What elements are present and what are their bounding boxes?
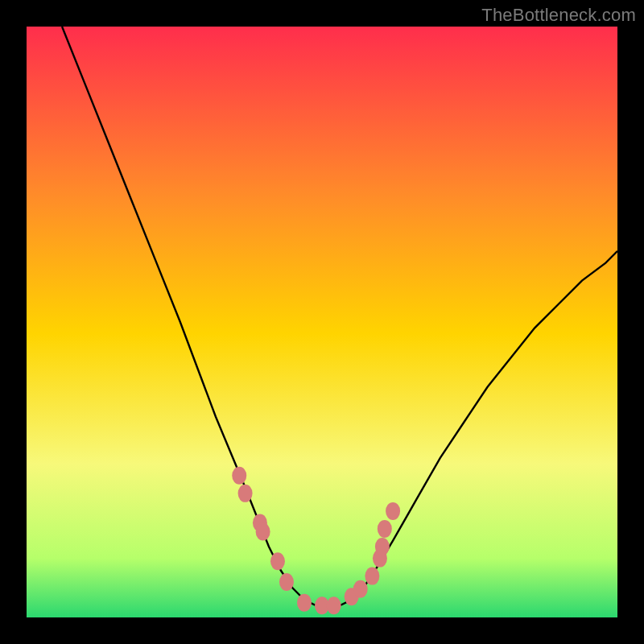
cluster-marker bbox=[365, 568, 379, 585]
gradient-background bbox=[27, 27, 617, 617]
chart-svg bbox=[27, 27, 617, 617]
cluster-marker bbox=[270, 552, 285, 570]
cluster-marker bbox=[353, 580, 368, 598]
plot-area bbox=[27, 27, 617, 617]
cluster-marker bbox=[327, 597, 341, 614]
watermark-text: TheBottleneck.com bbox=[481, 5, 636, 26]
cluster-marker bbox=[297, 594, 312, 612]
cluster-marker bbox=[375, 538, 390, 555]
cluster-marker bbox=[256, 523, 270, 541]
cluster-marker bbox=[232, 467, 246, 485]
cluster-marker bbox=[238, 485, 253, 502]
cluster-marker bbox=[386, 502, 400, 520]
chart-frame: TheBottleneck.com bbox=[0, 0, 644, 644]
cluster-marker bbox=[279, 573, 294, 591]
cluster-marker bbox=[378, 520, 392, 538]
